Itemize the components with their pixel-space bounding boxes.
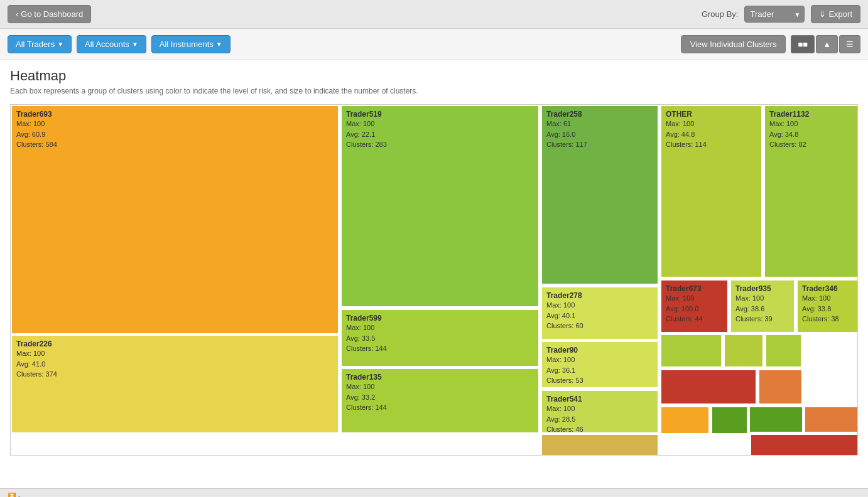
cell-info: Max: 100Avg: 22.1Clusters: 283 [346, 119, 534, 150]
treemap-cell-small7[interactable] [711, 406, 748, 434]
traders-filter-label: All Traders [16, 40, 55, 49]
cell-trader-name: Trader1132 [769, 110, 853, 119]
cell-trader-name: Trader693 [16, 110, 334, 119]
view-individual-clusters-button[interactable]: View Individual Clusters [681, 35, 786, 53]
top-right-controls: Group By: Trader Account Instrument ⇓ Ex… [702, 5, 860, 23]
group-by-select-wrapper: Trader Account Instrument [744, 6, 805, 23]
cell-trader-name: Trader599 [346, 314, 534, 323]
cell-info: Max: 100Avg: 40.1Clusters: 60 [546, 300, 653, 331]
treemap-cell-small8[interactable] [750, 434, 858, 456]
cell-trader-name: OTHER [666, 110, 757, 119]
cell-trader-name: Trader135 [346, 373, 534, 382]
export-label: Export [828, 9, 852, 19]
cell-trader-name: Trader935 [735, 284, 789, 293]
treemap-cell-small3[interactable] [765, 334, 802, 368]
treemap-cell-small10[interactable] [749, 406, 803, 433]
cell-info: Max: 100Avg: 34.8Clusters: 82 [769, 119, 853, 150]
treemap-cell-other[interactable]: OTHERMax: 100Avg: 44.8Clusters: 114 [660, 105, 762, 278]
cell-info: Max: 100Avg: 60.9Clusters: 584 [16, 119, 334, 150]
treemap-cell-small4[interactable] [660, 369, 757, 405]
heatmap-title: Heatmap [10, 68, 858, 84]
treemap-cell-trader935[interactable]: Trader935Max: 100Avg: 38.6Clusters: 39 [730, 279, 795, 333]
treemap-cell-trader258[interactable]: Trader258Max: 61Avg: 16.0Clusters: 117 [541, 105, 659, 285]
treemap-cell-trader90[interactable]: Trader90Max: 100Avg: 36.1Clusters: 53 [541, 341, 659, 388]
heatmap-description: Each box represents a group of clusters … [10, 87, 858, 95]
cell-info: Max: 100Avg: 44.8Clusters: 114 [666, 119, 757, 150]
cell-info: Max: 61Avg: 16.0Clusters: 117 [546, 119, 653, 150]
group-by-select[interactable]: Trader Account Instrument [744, 6, 805, 23]
cell-trader-name: Trader519 [346, 110, 534, 119]
go-dashboard-button[interactable]: ‹ Go to Dashboard [8, 5, 91, 23]
treemap-cell-trader_extra1[interactable] [541, 434, 659, 456]
layers-view-button[interactable]: ☰ [839, 35, 860, 53]
instruments-filter-button[interactable]: All Instruments ▼ [151, 35, 231, 53]
treemap-cell-small9[interactable] [804, 406, 858, 433]
treemap-cell-trader541[interactable]: Trader541Max: 100Avg: 28.5Clusters: 46 [541, 390, 659, 434]
cell-trader-name: Trader278 [546, 291, 653, 300]
main-content: Heatmap Each box represents a group of c… [0, 60, 868, 488]
cell-info: Max: 100Avg: 28.5Clusters: 46 [546, 403, 653, 434]
back-icon: ‹ [16, 9, 18, 19]
chart-view-button[interactable]: ▲ [816, 35, 838, 53]
grid-view-button[interactable]: ■■ [791, 35, 815, 53]
cell-info: Max: 100Avg: 36.1Clusters: 53 [546, 355, 653, 386]
bottom-bar: ⏬ ▪ [0, 488, 868, 497]
filter-bar: All Traders ▼ All Accounts ▼ All Instrum… [0, 29, 868, 60]
accounts-filter-button[interactable]: All Accounts ▼ [77, 35, 146, 53]
bottom-logo: ⏬ ▪ [8, 493, 21, 497]
treemap-cell-trader693[interactable]: Trader693Max: 100Avg: 60.9Clusters: 584 [11, 105, 339, 334]
cell-info: Max: 100Avg: 41.0Clusters: 374 [16, 348, 334, 380]
cell-trader-name: Trader673 [666, 284, 723, 293]
instruments-dropdown-icon: ▼ [216, 41, 222, 48]
cell-trader-name: Trader258 [546, 110, 653, 119]
treemap-cell-trader346[interactable]: Trader346Max: 100Avg: 33.8Clusters: 38 [796, 279, 858, 333]
treemap-cell-small2[interactable] [724, 334, 764, 368]
treemap-cell-small5[interactable] [758, 369, 803, 405]
accounts-filter-label: All Accounts [85, 40, 129, 49]
filter-buttons: All Traders ▼ All Accounts ▼ All Instrum… [8, 35, 231, 53]
cell-trader-name: Trader90 [546, 346, 653, 355]
traders-filter-button[interactable]: All Traders ▼ [8, 35, 72, 53]
cell-info: Max: 100Avg: 33.5Clusters: 144 [346, 323, 534, 354]
cell-info: Max: 100Avg: 100.0Clusters: 44 [666, 293, 723, 324]
view-controls: View Individual Clusters ■■ ▲ ☰ [681, 35, 860, 53]
view-clusters-label: View Individual Clusters [690, 40, 777, 49]
treemap: Trader693Max: 100Avg: 60.9Clusters: 584T… [10, 104, 858, 456]
treemap-cell-trader135[interactable]: Trader135Max: 100Avg: 33.2Clusters: 144 [340, 368, 540, 434]
export-icon: ⇓ [819, 9, 826, 19]
cell-trader-name: Trader226 [16, 339, 334, 348]
treemap-cell-trader599[interactable]: Trader599Max: 100Avg: 33.5Clusters: 144 [340, 309, 540, 367]
view-type-icons: ■■ ▲ ☰ [791, 35, 860, 53]
instruments-filter-label: All Instruments [160, 40, 214, 49]
traders-dropdown-icon: ▼ [57, 41, 63, 48]
top-bar: ‹ Go to Dashboard Group By: Trader Accou… [0, 0, 868, 29]
treemap-cell-trader1132[interactable]: Trader1132Max: 100Avg: 34.8Clusters: 82 [764, 105, 858, 278]
treemap-cell-trader519[interactable]: Trader519Max: 100Avg: 22.1Clusters: 283 [340, 105, 540, 307]
group-by-label: Group By: [702, 9, 739, 19]
export-button[interactable]: ⇓ Export [811, 5, 860, 23]
treemap-cell-trader673[interactable]: Trader673Max: 100Avg: 100.0Clusters: 44 [660, 279, 729, 333]
cell-trader-name: Trader541 [546, 395, 653, 403]
treemap-cell-small6[interactable] [660, 406, 710, 434]
cell-info: Max: 100Avg: 33.2Clusters: 144 [346, 382, 534, 413]
treemap-cell-small1[interactable] [660, 334, 722, 368]
cell-info: Max: 100Avg: 38.6Clusters: 39 [735, 293, 789, 324]
treemap-cell-trader226[interactable]: Trader226Max: 100Avg: 41.0Clusters: 374 [11, 334, 339, 434]
go-dashboard-label: Go to Dashboard [21, 9, 83, 19]
accounts-dropdown-icon: ▼ [132, 41, 138, 48]
cell-info: Max: 100Avg: 33.8Clusters: 38 [802, 293, 853, 324]
cell-trader-name: Trader346 [802, 284, 853, 293]
treemap-cell-trader278[interactable]: Trader278Max: 100Avg: 40.1Clusters: 60 [541, 286, 659, 340]
